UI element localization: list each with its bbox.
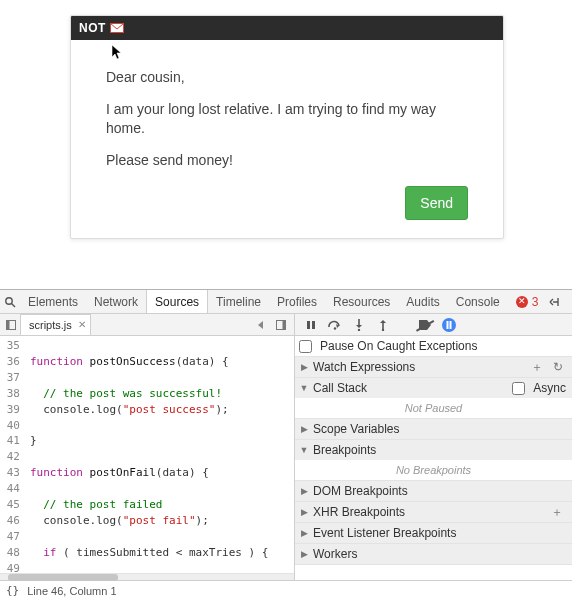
svg-rect-10	[283, 320, 286, 329]
pause-on-caught-row: Pause On Caught Exceptions	[295, 336, 572, 357]
chevron-right-icon[interactable]: ▶	[299, 362, 309, 372]
email-line: Please send money!	[106, 151, 468, 171]
watch-expressions-label[interactable]: Watch Expressions	[313, 360, 524, 374]
chevron-right-icon[interactable]: ▶	[299, 549, 309, 559]
horizontal-scrollbar[interactable]	[0, 573, 294, 580]
error-icon: ✕	[516, 296, 528, 308]
xhr-breakpoints-section: ▶ XHR Breakpoints ＋	[295, 502, 572, 523]
svg-point-14	[334, 327, 336, 329]
tab-audits[interactable]: Audits	[398, 290, 447, 313]
email-app: NOT Dear cousin, I am your long lost rel…	[0, 0, 572, 239]
pause-icon[interactable]	[303, 317, 319, 333]
devtools-panel: Elements Network Sources Timeline Profil…	[0, 289, 572, 600]
event-listener-breakpoints-label[interactable]: Event Listener Breakpoints	[313, 526, 566, 540]
close-file-tab-icon[interactable]: ✕	[78, 319, 86, 330]
tab-console[interactable]: Console	[448, 290, 508, 313]
svg-line-2	[12, 303, 16, 307]
step-into-icon[interactable]	[351, 317, 367, 333]
debugger-toolbar	[295, 314, 572, 336]
devtools-main: scripts.js ✕ 35 36 37 38 39 40 41 42 43 …	[0, 314, 572, 580]
scope-variables-label[interactable]: Scope Variables	[313, 422, 566, 436]
devtools-statusbar: {} Line 46, Column 1	[0, 580, 572, 600]
email-title: NOT	[79, 16, 106, 40]
file-tab[interactable]: scripts.js ✕	[20, 314, 91, 335]
show-navigator-icon[interactable]	[2, 314, 20, 335]
pause-on-caught-label: Pause On Caught Exceptions	[320, 339, 566, 353]
line-gutter: 35 36 37 38 39 40 41 42 43 44 45 46 47 4…	[0, 336, 24, 573]
show-drawer-icon[interactable]	[544, 292, 564, 312]
svg-rect-22	[447, 321, 449, 329]
devtools-toolbar: Elements Network Sources Timeline Profil…	[0, 290, 572, 314]
chevron-right-icon[interactable]: ▶	[299, 507, 309, 517]
tab-profiles[interactable]: Profiles	[269, 290, 325, 313]
chevron-right-icon[interactable]: ▶	[299, 486, 309, 496]
email-body: Dear cousin, I am your long lost relativ…	[71, 40, 503, 238]
chevron-right-icon[interactable]: ▶	[299, 424, 309, 434]
dom-breakpoints-label[interactable]: DOM Breakpoints	[313, 484, 566, 498]
svg-rect-23	[450, 321, 452, 329]
workers-section: ▶ Workers	[295, 544, 572, 565]
svg-point-20	[382, 328, 384, 330]
tab-network[interactable]: Network	[86, 290, 146, 313]
svg-marker-19	[380, 320, 386, 323]
step-over-icon[interactable]	[327, 317, 343, 333]
async-label: Async	[533, 381, 566, 395]
breakpoints-empty-msg: No Breakpoints	[295, 462, 572, 478]
svg-point-1	[6, 297, 12, 303]
chevron-down-icon[interactable]: ▼	[299, 383, 309, 393]
call-stack-empty-msg: Not Paused	[295, 400, 572, 416]
dom-breakpoints-section: ▶ DOM Breakpoints	[295, 481, 572, 502]
file-tab-row: scripts.js ✕	[0, 314, 294, 336]
error-count-value: 3	[532, 295, 539, 309]
watch-expressions-section: ▶ Watch Expressions ＋ ↻	[295, 357, 572, 378]
email-line: Dear cousin,	[106, 68, 468, 88]
tab-elements[interactable]: Elements	[20, 290, 86, 313]
mail-icon	[110, 23, 124, 33]
chevron-right-icon[interactable]: ▶	[299, 528, 309, 538]
breakpoints-section: ▼ Breakpoints No Breakpoints	[295, 440, 572, 481]
svg-rect-12	[312, 321, 315, 329]
svg-marker-16	[356, 325, 362, 328]
file-tab-name: scripts.js	[29, 319, 72, 331]
settings-gear-icon[interactable]	[566, 292, 572, 312]
refresh-watch-icon[interactable]: ↻	[550, 360, 566, 374]
svg-marker-21	[419, 320, 431, 330]
tab-sources[interactable]: Sources	[146, 290, 208, 313]
show-right-sidebar-icon[interactable]	[272, 314, 290, 335]
xhr-breakpoints-label[interactable]: XHR Breakpoints	[313, 505, 544, 519]
email-window: NOT Dear cousin, I am your long lost rel…	[70, 15, 504, 239]
scrollbar-thumb[interactable]	[8, 574, 118, 581]
debugger-pane: Pause On Caught Exceptions ▶ Watch Expre…	[295, 314, 572, 580]
step-out-icon[interactable]	[375, 317, 391, 333]
history-back-icon[interactable]	[252, 314, 270, 335]
cursor-position: Line 46, Column 1	[27, 585, 116, 597]
workers-label[interactable]: Workers	[313, 547, 566, 561]
tab-resources[interactable]: Resources	[325, 290, 398, 313]
pause-on-exceptions-icon[interactable]	[441, 317, 457, 333]
tab-timeline[interactable]: Timeline	[208, 290, 269, 313]
add-watch-icon[interactable]: ＋	[528, 359, 546, 376]
email-line: I am your long lost relative. I am tryin…	[106, 100, 468, 139]
event-listener-breakpoints-section: ▶ Event Listener Breakpoints	[295, 523, 572, 544]
sources-left-pane: scripts.js ✕ 35 36 37 38 39 40 41 42 43 …	[0, 314, 295, 580]
deactivate-breakpoints-icon[interactable]	[417, 317, 433, 333]
call-stack-label[interactable]: Call Stack	[313, 381, 508, 395]
code-content[interactable]: function postOnSuccess(data) { // the po…	[24, 336, 294, 573]
code-editor[interactable]: 35 36 37 38 39 40 41 42 43 44 45 46 47 4…	[0, 336, 294, 573]
send-button[interactable]: Send	[405, 186, 468, 220]
async-checkbox[interactable]	[512, 382, 525, 395]
svg-rect-7	[7, 320, 10, 329]
chevron-down-icon[interactable]: ▼	[299, 445, 309, 455]
search-icon[interactable]	[4, 292, 16, 312]
breakpoints-label[interactable]: Breakpoints	[313, 443, 566, 457]
pause-on-caught-checkbox[interactable]	[299, 340, 312, 353]
call-stack-section: ▼ Call Stack Async Not Paused	[295, 378, 572, 419]
svg-marker-8	[258, 321, 263, 329]
svg-point-17	[358, 328, 360, 330]
error-count[interactable]: ✕ 3	[512, 295, 543, 309]
svg-rect-11	[307, 321, 310, 329]
devtools-tabs: Elements Network Sources Timeline Profil…	[20, 290, 508, 313]
email-titlebar: NOT	[71, 16, 503, 40]
pretty-print-icon[interactable]: {}	[6, 584, 19, 597]
add-xhr-breakpoint-icon[interactable]: ＋	[548, 504, 566, 521]
